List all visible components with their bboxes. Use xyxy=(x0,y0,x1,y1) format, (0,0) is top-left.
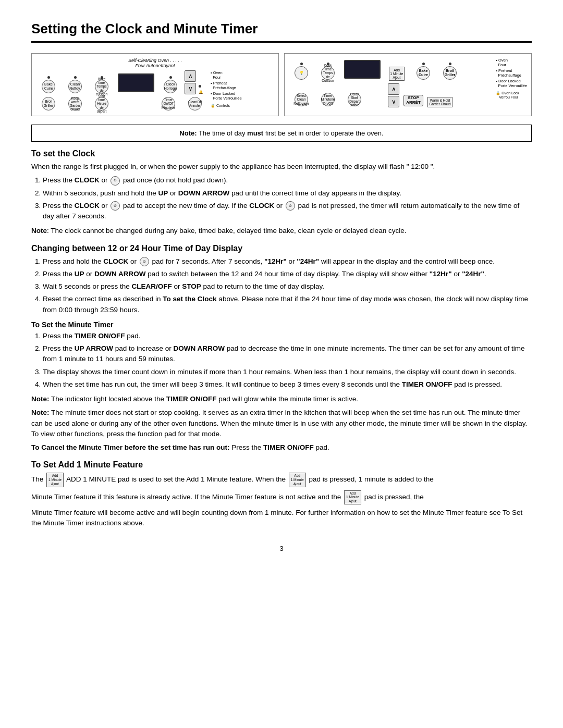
clock-step-3: Press the CLOCK or ⊙ pad to accept the n… xyxy=(43,201,532,222)
clock-step-2: Within 5 seconds, push and hold the UP o… xyxy=(43,188,532,199)
hour-step-2: Press the UP or DOWN ARROW pad to switch… xyxy=(43,269,532,279)
start-time-button: Start timeHeure dedépart xyxy=(89,97,114,112)
stop-button: STOPARRÊT xyxy=(401,95,426,107)
main-content: To set the Clock When the range is first… xyxy=(31,149,532,529)
arrows-left: ∧ ∨ xyxy=(185,70,196,94)
left-control-panel: Self-Cleaning Oven . . . . .Four Autonet… xyxy=(31,53,279,116)
keep-warm-button: Keep warmGarderchaud xyxy=(63,97,88,112)
minute-timer-heading: To Set the Minute Timer xyxy=(31,320,532,329)
control-panels: Self-Cleaning Oven . . . . .Four Autonet… xyxy=(31,53,532,116)
cancel-note: To Cancel the Minute Timer before the se… xyxy=(31,442,532,453)
note-box: Note: The time of day must first be set … xyxy=(31,125,532,142)
warm-hold-button: Warm & HoldGarder Chaud xyxy=(427,97,452,107)
cook-time-button: Cook TimeTemps deCuisson xyxy=(315,63,340,81)
add-minute-para3: Minute Timer feature will become active … xyxy=(31,508,532,529)
select-clean-button: Select CleanNettoyage xyxy=(289,93,314,107)
add-minute-para1: The Add1 MinuteAjout ADD 1 MINUTE pad is… xyxy=(31,473,532,487)
timer-button-right: TimerMinuterieOn/Off xyxy=(315,93,340,107)
display-left xyxy=(118,73,154,92)
broil-button-left: BroilGriller xyxy=(36,97,61,112)
add-minute-para2: Minute Timer feature if this feature is … xyxy=(31,490,532,504)
clock-step-1: Press the CLOCK or ⊙ pad once (do not ho… xyxy=(43,175,532,186)
page-title: Setting the Clock and Minute Timer xyxy=(31,21,532,43)
clear-off-button: Clear/OffAnnuler xyxy=(182,97,207,112)
arrows-right: ∧ ∨ xyxy=(388,83,399,107)
right-top-row: 💡 Cook TimeTemps deCuisson Add1 MinuteAj… xyxy=(289,58,493,81)
bake-time-button: Bake timeTemps decuisson xyxy=(89,76,114,94)
left-panel-title: Self-Cleaning Oven . . . . .Four Autonet… xyxy=(36,58,274,68)
timer-note-2: Note: The minute timer does not start or… xyxy=(31,408,532,439)
delay-start-button: Delay StartDépartDifféré xyxy=(342,93,367,107)
hour-step-4: Reset the correct time as described in T… xyxy=(43,294,532,315)
timer-step-3: The display shows the timer count down i… xyxy=(43,367,532,377)
timer-button-left: TimerOn/OffMinuterie xyxy=(156,97,181,112)
bulb-icon: 💡 xyxy=(289,63,314,81)
hour-display-steps: Press and hold the CLOCK or ⊙ pad for 7 … xyxy=(31,256,532,315)
bake-button-left: BakeCuire xyxy=(36,76,61,94)
clock-steps: Press the CLOCK or ⊙ pad once (do not ho… xyxy=(31,175,532,221)
right-control-panel: 💡 Cook TimeTemps deCuisson Add1 MinuteAj… xyxy=(284,53,532,116)
page-number: 3 xyxy=(31,545,532,552)
clock-heading: To set the Clock xyxy=(31,149,532,158)
timer-step-4: When the set time has run out, the timer… xyxy=(43,379,532,390)
left-top-row: BakeCuire CleanNettoy. Bake timeTemps de… xyxy=(36,70,207,94)
left-bottom-row: BroilGriller Keep warmGarderchaud Start … xyxy=(36,97,207,112)
broil-button-right: BroilGriller xyxy=(437,63,462,81)
clock-button: ClockHorloge xyxy=(158,76,183,94)
clean-button-left: CleanNettoy. xyxy=(63,76,88,94)
timer-step-1: Press the TIMER ON/OFF pad. xyxy=(43,331,532,341)
add-minute-button-right: Add1 MinuteAjout xyxy=(384,67,409,81)
timer-note-1: Note: The indicator light located above … xyxy=(31,394,532,404)
note-label: Note: The time of day must first be set … xyxy=(179,129,383,137)
left-panel-labels: • Oven Four • Preheat Préchauffage • Doo… xyxy=(211,70,242,108)
hour-step-3: Wait 5 seconds or press the CLEAR/OFF or… xyxy=(43,281,532,292)
right-bottom-row: Select CleanNettoyage TimerMinuterieOn/O… xyxy=(289,83,493,107)
bake-button-right: BakeCuire xyxy=(411,63,436,81)
hour-display-heading: Changing between 12 or 24 Hour Time of D… xyxy=(31,244,532,253)
minute-timer-steps: Press the TIMER ON/OFF pad. Press the UP… xyxy=(31,331,532,390)
timer-step-2: Press the UP ARROW pad to increase or DO… xyxy=(43,343,532,365)
add-minute-heading: To Set Add 1 Minute Feature xyxy=(31,460,532,470)
display-right xyxy=(344,60,381,79)
hour-step-1: Press and hold the CLOCK or ⊙ pad for 7 … xyxy=(43,256,532,267)
right-panel-labels: • Oven Four • Preheat Préchauffage • Doo… xyxy=(496,58,527,99)
clock-note: Note: The clock cannot be changed during… xyxy=(31,226,532,236)
clock-intro: When the range is first plugged in, or w… xyxy=(31,162,532,172)
